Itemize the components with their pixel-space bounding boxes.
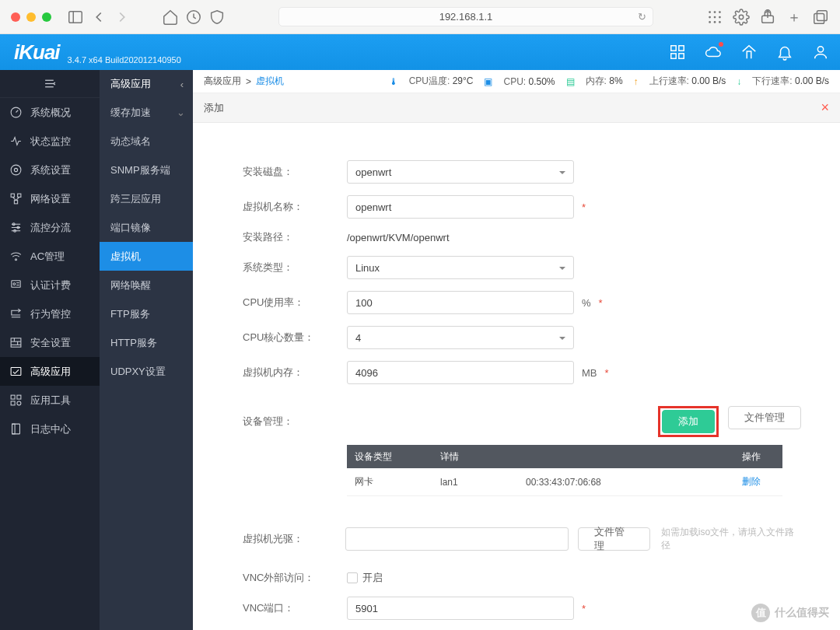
svg-point-53 [17,401,21,405]
nav-forward-icon[interactable] [114,9,131,26]
svg-point-8 [719,16,721,18]
cdrom-hint: 如需加载iso文件，请填入文件路径 [661,526,801,552]
svg-rect-29 [18,194,21,197]
app-header: iKuai 3.4.7 x64 Build202012140950 [0,34,840,70]
reload-icon[interactable]: ↻ [638,11,646,23]
nav1-item-app[interactable]: 高级应用 [0,357,100,386]
window-controls [11,12,51,22]
svg-point-5 [719,11,721,13]
nav1-item-auth[interactable]: 认证计费 [0,271,100,299]
nav1-item-network[interactable]: 网络设置 [0,184,100,213]
upgrade-icon[interactable] [740,44,758,61]
delete-link[interactable]: 删除 [720,475,782,488]
cdrom-file-button[interactable]: 文件管理 [578,527,650,551]
svg-point-6 [709,16,711,18]
cpu-usage-label: CPU使用率： [243,296,347,310]
shield-icon[interactable] [208,9,226,26]
bell-icon[interactable] [776,44,793,61]
nav1-item-tools[interactable]: 应用工具 [0,386,100,415]
svg-line-32 [16,197,19,200]
svg-point-41 [13,283,16,285]
vnc-port-input[interactable] [347,597,574,620]
nav1-item-wifi[interactable]: AC管理 [0,242,100,271]
tab-bar: 添加 × [193,93,840,123]
breadcrumb-parent[interactable]: 高级应用 [204,75,241,88]
cloud-icon[interactable] [705,44,722,61]
nav2-item[interactable]: 端口镜像 [100,213,193,242]
firewall-icon [9,336,23,349]
breadcrumb: 高级应用 > 虚拟机 🌡 CPU温度: 29°C ▣ CPU: 0.50% ▤ … [193,70,840,93]
nav1-item-activity[interactable]: 状态监控 [0,127,100,156]
tab-add[interactable]: 添加 [204,101,224,115]
nav2-item[interactable]: 跨三层应用 [100,184,193,213]
share-icon[interactable] [759,9,776,26]
svg-rect-20 [679,54,684,58]
vnc-ext-checkbox[interactable]: 开启 [347,571,383,585]
svg-point-10 [714,21,716,23]
required-icon: * [582,603,586,614]
auth-icon [9,278,23,292]
required-icon: * [605,367,609,379]
settings-icon[interactable] [733,9,750,26]
device-table: 设备类型 详情 操作 网卡 lan1 00:33:43:07:06:68 删除 [347,445,782,496]
cores-select[interactable]: 4 [347,326,574,349]
svg-rect-17 [671,46,676,51]
nav1-item-flow[interactable]: 流控分流 [0,213,100,242]
close-window-icon[interactable] [11,12,20,22]
home-icon[interactable] [162,9,179,26]
nav2-item[interactable]: 网络唤醒 [100,271,193,299]
nav1-item-firewall[interactable]: 安全设置 [0,328,100,357]
chevron-left-icon[interactable]: ‹ [180,79,184,90]
nav2-item[interactable]: HTTP服务 [100,328,193,357]
apps-icon[interactable] [669,44,686,61]
svg-point-4 [714,11,716,13]
secondary-nav-title: 高级应用 ‹ [100,70,193,98]
flow-icon [9,221,23,234]
nav2-group-cache[interactable]: 缓存加速 ⌄ [100,98,193,127]
grid-icon[interactable] [706,9,723,26]
nav2-item[interactable]: FTP服务 [100,299,193,328]
dashboard-icon [9,106,23,119]
nav1-item-log[interactable]: 日志中心 [0,415,100,443]
nav2-item[interactable]: UDPXY设置 [100,357,193,386]
nav1-item-gear[interactable]: 系统设置 [0,156,100,184]
sidebar-toggle-icon[interactable] [67,9,84,26]
disk-select[interactable]: openwrt [347,160,574,184]
path-value: /openwrt/KVM/openwrt [347,232,450,243]
nav2-item[interactable]: SNMP服务端 [100,156,193,184]
table-row: 网卡 lan1 00:33:43:07:06:68 删除 [347,468,782,496]
cdrom-input[interactable] [345,527,569,551]
history-icon[interactable] [185,9,202,26]
os-select[interactable]: Linux [347,256,574,279]
nav2-item[interactable]: 虚拟机 [100,242,193,271]
nav2-item[interactable]: 动态域名 [100,127,193,156]
svg-rect-51 [17,395,21,399]
new-tab-icon[interactable]: ＋ [786,9,803,26]
maximize-window-icon[interactable] [42,12,51,22]
close-icon[interactable]: × [821,100,829,116]
tabs-icon[interactable] [812,9,829,26]
address-bar[interactable]: 192.168.1.1 ↻ [278,7,653,26]
path-label: 安装路径： [243,230,347,244]
vnc-ext-label: VNC外部访问： [243,571,347,585]
chevron-down-icon: ⌄ [177,107,185,118]
col-detail: 详情 [432,450,518,464]
svg-rect-15 [817,10,827,20]
version-text: 3.4.7 x64 Build202012140950 [68,55,181,70]
dev-type: 网卡 [347,475,432,488]
user-icon[interactable] [812,44,829,61]
nav-collapse-toggle[interactable] [0,70,100,98]
thermometer-icon: 🌡 [389,76,398,87]
gear-icon [9,163,23,177]
vm-name-input[interactable] [347,195,574,219]
cpu-usage-input[interactable] [347,291,574,314]
file-manage-button[interactable]: 文件管理 [728,406,801,429]
memory-input[interactable] [347,361,574,384]
nav1-item-dashboard[interactable]: 系统概况 [0,98,100,127]
minimize-window-icon[interactable] [26,12,36,22]
nav1-item-behavior[interactable]: 行为管控 [0,299,100,328]
add-device-button[interactable]: 添加 [662,410,715,433]
svg-point-7 [714,16,716,18]
svg-rect-54 [12,424,20,434]
nav-back-icon[interactable] [90,9,107,26]
